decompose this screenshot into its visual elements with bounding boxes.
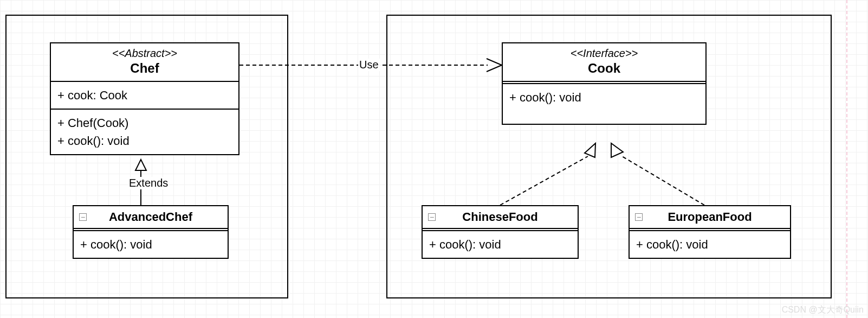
chinese-food-name: ChineseFood <box>427 209 573 225</box>
chef-attributes: + cook: Cook <box>51 82 238 110</box>
page-guide <box>846 0 847 318</box>
use-label: Use <box>358 59 380 71</box>
interface-cook[interactable]: <<Interface>> Cook + cook(): void <box>502 42 707 125</box>
class-advanced-chef[interactable]: AdvancedChef + cook(): void <box>73 205 229 259</box>
chinese-food-op-0: + cook(): void <box>429 236 571 253</box>
class-chef-header: <<Abstract>> Chef <box>51 43 238 82</box>
european-food-op-0: + cook(): void <box>636 236 783 253</box>
extends-label: Extends <box>128 177 169 189</box>
cook-header: <<Interface>> Cook <box>503 43 705 82</box>
european-food-header: EuropeanFood <box>630 206 790 229</box>
class-chef[interactable]: <<Abstract>> Chef + cook: Cook + Chef(Co… <box>50 42 239 155</box>
advanced-chef-header: AdvancedChef <box>74 206 228 229</box>
chef-name: Chef <box>55 60 234 77</box>
advanced-chef-op-0: + cook(): void <box>80 236 221 253</box>
chinese-food-header: ChineseFood <box>423 206 578 229</box>
european-food-name: EuropeanFood <box>634 209 786 225</box>
class-chinese-food[interactable]: ChineseFood + cook(): void <box>422 205 579 259</box>
advanced-chef-operations: + cook(): void <box>74 231 228 258</box>
chinese-food-operations: + cook(): void <box>423 231 578 258</box>
cook-stereotype: <<Interface>> <box>507 47 701 60</box>
chef-op-1: + cook(): void <box>57 132 232 150</box>
class-european-food[interactable]: EuropeanFood + cook(): void <box>629 205 791 259</box>
chef-operations: + Chef(Cook) + cook(): void <box>51 110 238 154</box>
collapse-icon[interactable] <box>635 213 643 221</box>
chef-attr-0: + cook: Cook <box>57 86 232 104</box>
cook-name: Cook <box>507 60 701 77</box>
european-food-operations: + cook(): void <box>630 231 790 258</box>
collapse-icon[interactable] <box>428 213 436 221</box>
cook-op-0: + cook(): void <box>509 88 699 106</box>
chef-op-0: + Chef(Cook) <box>57 114 232 132</box>
cook-operations: + cook(): void <box>503 84 705 124</box>
watermark: CSDN @文大奇Quiin <box>782 304 864 316</box>
chef-stereotype: <<Abstract>> <box>55 47 234 60</box>
collapse-icon[interactable] <box>79 213 87 221</box>
advanced-chef-name: AdvancedChef <box>78 209 223 225</box>
